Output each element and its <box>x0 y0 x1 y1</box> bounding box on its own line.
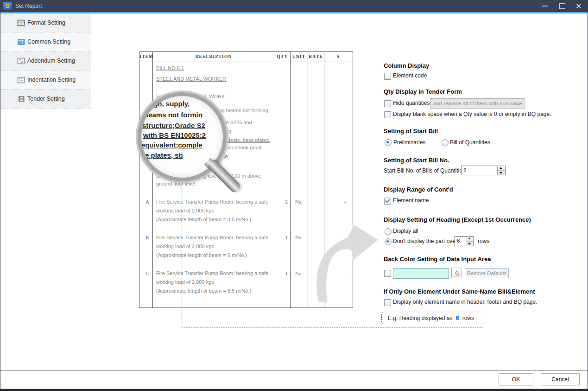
format-setting-icon <box>17 19 25 27</box>
callout-connector-vertical <box>182 174 183 327</box>
ok-button[interactable]: OK <box>499 373 533 385</box>
sidebar-item-common-setting[interactable]: Common Setting <box>0 32 91 51</box>
section-heading-heading-display: Display Setting of Heading (Except 1st O… <box>384 216 531 223</box>
row-description: (Approximate length of beam = 6 m/No.) <box>156 252 247 258</box>
restore-defaults-button[interactable]: Restore Defaults <box>465 268 509 278</box>
callout-text: E.g. Heading displayed as <box>388 315 452 321</box>
row-description: Fire Service Transfer Pump Room; bearing… <box>156 270 268 276</box>
sidebar-item-label: Common Setting <box>27 38 70 45</box>
doc-paragraph-fragment: lifting beams not forming <box>213 108 268 113</box>
blank-space-label: Display blank space when a Qty value is … <box>393 111 551 117</box>
magnified-text: beams not formin <box>144 111 202 119</box>
rows-spinner[interactable]: 6 <box>455 236 474 246</box>
bill-of-quantities-label: Bill of Quantities <box>450 139 490 146</box>
display-only-element-checkbox[interactable] <box>384 299 391 306</box>
row-description: working load of 2,000 kgs <box>156 208 214 213</box>
callout-connector-horizontal <box>182 327 483 328</box>
hide-quantities-checkbox[interactable] <box>384 100 391 107</box>
row-item-letter: C <box>143 270 152 276</box>
row-qty: 2 <box>275 199 288 205</box>
doc-lifting-line: ground floor level <box>156 181 195 186</box>
row-description: (Approximate length of beam = 3.5 m/No.) <box>156 217 251 222</box>
row-amount: - <box>324 199 346 205</box>
indentation-setting-icon <box>17 76 25 84</box>
spinner-up-icon[interactable] <box>466 237 474 242</box>
table-column-line <box>275 52 275 308</box>
column-header: $ <box>324 54 353 59</box>
section-heading-contd: Display Range of Cont'd <box>384 186 453 193</box>
cancel-button[interactable]: Cancel <box>541 373 580 385</box>
addendum-setting-icon <box>17 57 25 65</box>
column-header: DESCRIPTION <box>152 54 275 59</box>
color-picker-button[interactable] <box>451 268 462 278</box>
section-heading-one-element: If Only One Element Under Same-Name Bill… <box>384 288 535 295</box>
start-bill-no-value[interactable]: 2 <box>462 166 497 175</box>
start-bill-no-spinner[interactable]: 2 <box>461 166 506 175</box>
window-title: Set Report <box>15 3 42 9</box>
close-button[interactable] <box>570 0 587 12</box>
element-name-label: Element name <box>393 197 429 204</box>
sidebar-item-tender-setting[interactable]: Tender Setting <box>0 90 91 109</box>
element-code-checkbox[interactable] <box>384 73 391 80</box>
display-all-radio[interactable] <box>385 228 392 235</box>
back-color-checkbox[interactable] <box>384 270 391 277</box>
row-qty: 1 <box>275 235 288 240</box>
preliminaries-label: Preliminaries <box>393 139 425 146</box>
callout-value: 6 <box>455 314 459 321</box>
rows-spinner-value[interactable]: 6 <box>455 237 466 246</box>
doc-lifting-line: 7.00 m above <box>230 173 261 179</box>
magnified-text: equivalent;comple <box>141 141 202 149</box>
doc-bill-no: BILL NO 6.1 <box>156 65 184 71</box>
section-heading-qty-display: Qty Display in Tender Form <box>384 88 462 95</box>
dont-display-radio[interactable] <box>385 238 392 245</box>
swoosh-arrow-icon <box>297 211 385 308</box>
row-description: Fire Service Transfer Pump Room; bearing… <box>156 235 268 240</box>
footer-divider <box>0 370 588 371</box>
dont-display-label: Don't display the part over <box>393 238 457 244</box>
row-description: working load of 2,000 kgs <box>156 279 214 285</box>
start-bill-no-label: Start Bill No. of Bills of Quantities: <box>384 167 467 174</box>
sidebar-item-label: Tender Setting <box>27 96 65 102</box>
replace-quantities-dropdown[interactable]: and replace all of them with null value <box>430 98 525 109</box>
close-icon <box>576 3 582 9</box>
column-header: UNIT <box>290 54 308 59</box>
magnified-text: e plates, sti <box>145 151 183 159</box>
row-item-letter: A <box>143 199 152 205</box>
sidebar-item-label: Addendum Setting <box>27 58 75 64</box>
preliminaries-radio[interactable] <box>385 139 392 146</box>
row-unit: No. <box>290 199 308 205</box>
row-description: Fire Service Transfer Pump Room; bearing… <box>156 199 268 205</box>
back-color-swatch[interactable] <box>393 268 449 279</box>
section-heading-back-color: Back Color Setting of Data Input Area <box>384 256 491 263</box>
spinner-down-icon[interactable] <box>466 242 474 246</box>
row-item-letter: B <box>143 235 152 240</box>
magnified-text: structure;Grade S2 <box>142 122 205 129</box>
section-heading-start-bill-no: Setting of Start Bill No. <box>384 157 449 164</box>
blank-space-checkbox[interactable] <box>384 111 391 118</box>
spinner-up-icon[interactable] <box>498 166 505 171</box>
maximize-button[interactable] <box>554 0 570 12</box>
row-qty: 1 <box>275 270 288 276</box>
minimize-icon <box>542 6 548 6</box>
column-header: QTY <box>275 54 290 59</box>
element-name-checkbox[interactable] <box>384 198 391 205</box>
spinner-down-icon[interactable] <box>498 171 505 175</box>
common-setting-icon <box>17 38 25 46</box>
column-header: ITEM <box>139 54 152 59</box>
bill-of-quantities-radio[interactable] <box>442 139 449 146</box>
tender-setting-icon <box>17 95 25 103</box>
app-logo-glyph: G <box>5 3 9 9</box>
sidebar-item-indentation-setting[interactable]: Indentation Setting <box>0 71 91 90</box>
sidebar-item-label: Format Setting <box>27 19 65 26</box>
magnified-text: with BS EN10025:2 <box>143 131 206 139</box>
sidebar-item-format-setting[interactable]: Format Setting <box>0 13 91 32</box>
table-column-line <box>152 52 153 308</box>
replace-quantities-dropdown-value: and replace all of them with null value <box>433 101 522 106</box>
titlebar: G Set Report <box>0 0 588 12</box>
column-header: RATE <box>308 54 324 59</box>
doc-bill-title: STEEL AND METAL WORKER <box>156 76 226 82</box>
sidebar-item-addendum-setting[interactable]: Addendum Setting <box>0 51 91 71</box>
row-description: (Approximate length of beam = 8.5 m/No.) <box>156 288 251 294</box>
table-column-line <box>290 52 291 308</box>
minimize-button[interactable] <box>537 0 553 12</box>
